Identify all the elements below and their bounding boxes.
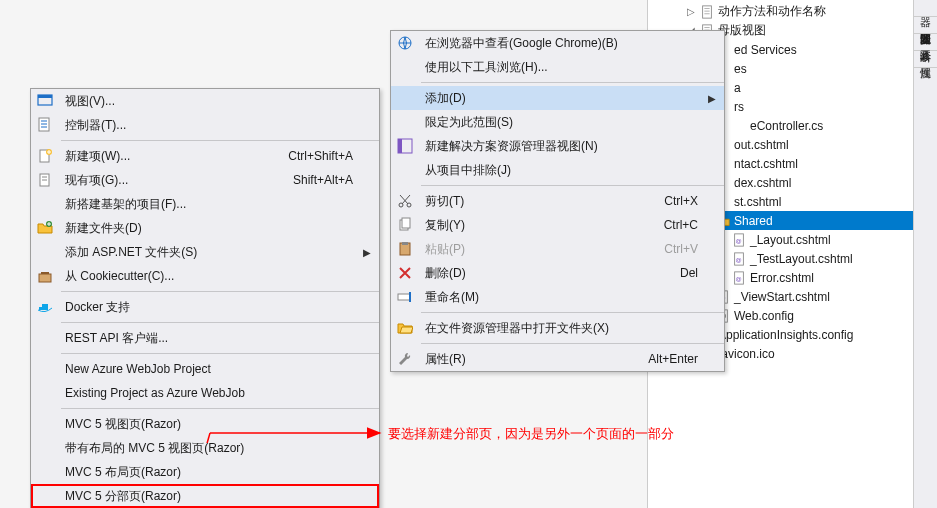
menu-separator [421,185,724,186]
menu1-item-20[interactable]: MVC 5 分部页(Razor) [31,484,379,508]
menu2-item-1[interactable]: 使用以下工具浏览(H)... [391,55,724,79]
side-tab-2[interactable]: 诊断工具 [914,34,937,51]
menu1-item-4[interactable]: 现有项(G)...Shift+Alt+A [31,168,379,192]
menu-item-label: New Azure WebJob Project [59,362,353,376]
cut-icon [391,193,419,209]
tree-row-0[interactable]: ▷动作方法和动作名称 [648,2,937,21]
menu2-item-8[interactable]: 剪切(T)Ctrl+X [391,189,724,213]
menu-item-label: REST API 客户端... [59,330,353,347]
submenu-arrow-icon: ▶ [706,93,718,104]
svg-rect-34 [39,274,51,282]
tree-item-label: Shared [732,214,773,228]
svg-rect-19 [398,139,402,153]
context-menu-primary: 视图(V)...控制器(T)...新建项(W)...Ctrl+Shift+A现有… [30,88,380,508]
svg-text:@: @ [736,236,742,243]
doc-icon [698,5,716,19]
delete-icon [391,265,419,281]
controller-icon [31,117,59,133]
svg-rect-23 [402,218,410,228]
tree-item-label: out.cshtml [732,138,789,152]
tree-item-label: ApplicationInsights.config [716,328,853,342]
menu-item-label: 重命名(M) [419,289,698,306]
menu2-item-3[interactable]: 添加(D)▶ [391,86,724,110]
solview-icon [391,138,419,154]
menu1-item-12[interactable]: REST API 客户端... [31,326,379,350]
menu-item-label: 剪切(T) [419,193,664,210]
newfolder-icon [31,220,59,236]
side-tab-1[interactable]: 团队资源管理器 [914,17,937,34]
docker-icon [31,299,59,315]
menu1-item-5[interactable]: 新搭建基架的项目(F)... [31,192,379,216]
menu1-item-7[interactable]: 添加 ASP.NET 文件夹(S)▶ [31,240,379,264]
menu2-item-11[interactable]: 删除(D)Del [391,261,724,285]
existitem-icon [31,172,59,188]
menu-separator [61,140,379,141]
menu1-item-1[interactable]: 控制器(T)... [31,113,379,137]
tree-item-label: dex.cshtml [732,176,791,190]
menu-item-shortcut: Ctrl+C [664,218,706,232]
menu-item-label: 在文件资源管理器中打开文件夹(X) [419,320,698,337]
menu-item-label: MVC 5 分部页(Razor) [59,488,353,505]
menu1-item-6[interactable]: 新建文件夹(D) [31,216,379,240]
side-tabs-vertical: 器 团队资源管理器 诊断工具 属性 [913,0,937,508]
tree-item-label: Error.cshtml [748,271,814,285]
menu2-item-4[interactable]: 限定为此范围(S) [391,110,724,134]
menu-item-label: 新搭建基架的项目(F)... [59,196,353,213]
svg-rect-25 [402,242,408,245]
menu1-item-3[interactable]: 新建项(W)...Ctrl+Shift+A [31,144,379,168]
menu-item-label: MVC 5 视图页(Razor) [59,416,353,433]
tree-item-label: ed Services [732,43,797,57]
tree-expander-icon[interactable]: ▷ [684,6,698,17]
menu-item-shortcut: Ctrl+V [664,242,706,256]
menu-item-label: 粘贴(P) [419,241,664,258]
menu2-item-9[interactable]: 复制(Y)Ctrl+C [391,213,724,237]
menu2-item-0[interactable]: 在浏览器中查看(Google Chrome)(B) [391,31,724,55]
menu2-item-16[interactable]: 属性(R)Alt+Enter [391,347,724,371]
tree-item-label: 动作方法和动作名称 [716,3,826,20]
menu-item-shortcut: Ctrl+X [664,194,706,208]
menu1-item-8[interactable]: 从 Cookiecutter(C)... [31,264,379,288]
cshtml-icon: @ [730,252,748,266]
menu-item-label: 限定为此范围(S) [419,114,698,131]
copy-icon [391,217,419,233]
menu2-item-10[interactable]: 粘贴(P)Ctrl+V [391,237,724,261]
newitem-icon [31,148,59,164]
menu2-item-5[interactable]: 新建解决方案资源管理器视图(N) [391,134,724,158]
annotation-text: 要选择新建分部页，因为是另外一个页面的一部分 [388,425,674,443]
menu-item-shortcut: Del [680,266,706,280]
menu-item-label: 控制器(T)... [59,117,353,134]
menu1-item-17[interactable]: MVC 5 视图页(Razor) [31,412,379,436]
tree-item-label: es [732,62,747,76]
menu-item-label: 复制(Y) [419,217,664,234]
svg-text:@: @ [736,255,742,262]
menu-item-label: 属性(R) [419,351,648,368]
menu2-item-6[interactable]: 从项目中排除(J) [391,158,724,182]
context-menu-secondary: 在浏览器中查看(Google Chrome)(B)使用以下工具浏览(H)...添… [390,30,725,372]
menu-separator [61,353,379,354]
menu1-item-19[interactable]: MVC 5 布局页(Razor) [31,460,379,484]
cshtml-icon: @ [730,271,748,285]
menu1-item-15[interactable]: Existing Project as Azure WebJob [31,381,379,405]
menu-item-label: Existing Project as Azure WebJob [59,386,353,400]
menu-item-label: 使用以下工具浏览(H)... [419,59,698,76]
submenu-arrow-icon: ▶ [361,247,373,258]
menu1-item-0[interactable]: 视图(V)... [31,89,379,113]
openfolder-icon [391,320,419,336]
menu2-item-12[interactable]: 重命名(M) [391,285,724,309]
menu-item-label: 删除(D) [419,265,680,282]
svg-rect-0 [703,5,712,17]
paste-icon [391,241,419,257]
menu-separator [421,343,724,344]
menu1-item-14[interactable]: New Azure WebJob Project [31,357,379,381]
menu-item-label: 现有项(G)... [59,172,293,189]
side-tab-3[interactable]: 属性 [914,51,937,68]
menu-item-label: 视图(V)... [59,93,353,110]
menu-item-label: 新建文件夹(D) [59,220,353,237]
menu1-item-10[interactable]: Docker 支持 [31,295,379,319]
cshtml-icon: @ [730,233,748,247]
menu1-item-18[interactable]: 带有布局的 MVC 5 视图页(Razor) [31,436,379,460]
side-tab-0[interactable]: 器 [914,0,937,17]
menu2-item-14[interactable]: 在文件资源管理器中打开文件夹(X) [391,316,724,340]
tree-item-label: eController.cs [748,119,823,133]
tree-item-label: _Layout.cshtml [748,233,831,247]
